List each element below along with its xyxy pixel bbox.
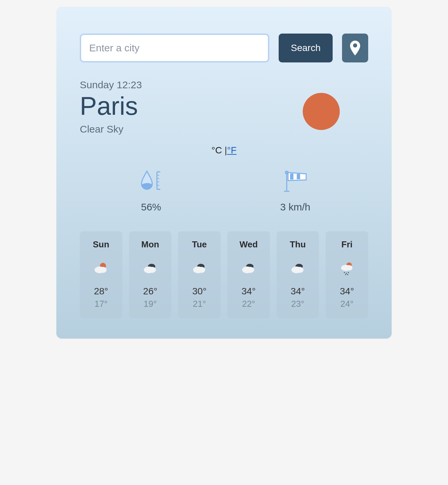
svg-point-34 (345, 274, 346, 275)
svg-point-27 (296, 267, 303, 273)
forecast-day: Fri34°24° (326, 231, 368, 319)
forecast-day: Mon26°19° (129, 231, 172, 319)
svg-rect-11 (290, 174, 293, 180)
forecast-low: 19° (144, 299, 157, 309)
svg-point-24 (247, 267, 254, 273)
forecast-low: 21° (193, 299, 206, 309)
search-row: Search (80, 34, 368, 62)
forecast-low: 22° (242, 299, 255, 309)
svg-point-31 (344, 272, 345, 273)
unit-separator: | (222, 145, 227, 155)
weather-app: Search Sunday 12:23 Paris Clear Sky °C |… (56, 7, 392, 339)
wind-metric: 3 km/h (280, 169, 310, 213)
svg-point-33 (348, 272, 349, 273)
forecast-low: 23° (291, 299, 304, 309)
forecast-high: 30° (192, 286, 207, 297)
forecast-day-name: Mon (141, 239, 159, 250)
unit-toggle: °C |°F (80, 145, 368, 156)
wind-value: 3 km/h (280, 201, 310, 213)
search-button[interactable]: Search (279, 34, 333, 62)
forecast-cloudy-icon (142, 260, 158, 276)
forecast-partly-sunny-icon (93, 260, 109, 276)
forecast-high: 34° (340, 286, 354, 297)
svg-rect-12 (297, 174, 300, 179)
svg-point-30 (346, 265, 352, 271)
current-weather-header: Sunday 12:23 Paris Clear Sky (80, 79, 368, 135)
forecast-day-name: Sun (93, 239, 109, 250)
humidity-icon (137, 169, 164, 193)
forecast-high: 28° (94, 286, 108, 297)
forecast-day-name: Thu (290, 239, 306, 250)
forecast-rain-icon (339, 260, 355, 276)
current-location-button[interactable] (342, 34, 368, 62)
unit-fahrenheit[interactable]: °F (227, 145, 236, 155)
forecast-high: 34° (291, 286, 305, 297)
forecast-day-name: Tue (192, 239, 207, 250)
current-datetime: Sunday 12:23 (80, 79, 142, 91)
svg-point-32 (346, 273, 347, 274)
city-name: Paris (80, 93, 142, 119)
forecast-day: Sun28°17° (80, 231, 122, 319)
svg-point-35 (347, 274, 348, 275)
wind-icon (280, 169, 310, 193)
forecast-day: Wed34°22° (227, 231, 270, 319)
forecast-high: 26° (143, 286, 157, 297)
forecast-day-name: Fri (341, 239, 352, 250)
svg-point-0 (303, 93, 340, 130)
forecast-day-name: Wed (239, 239, 258, 250)
svg-point-15 (99, 267, 107, 273)
forecast-low: 24° (340, 299, 353, 309)
svg-point-18 (149, 267, 156, 273)
forecast-day: Tue30°21° (178, 231, 221, 319)
svg-point-21 (198, 267, 205, 273)
unit-celsius[interactable]: °C (212, 145, 222, 155)
location-pin-icon (349, 41, 361, 55)
humidity-value: 56% (141, 201, 161, 213)
metrics-row: 56% 3 km/h (80, 169, 368, 213)
city-search-input[interactable] (80, 34, 269, 62)
forecast-cloudy-icon (240, 260, 257, 276)
forecast-cloudy-icon (191, 260, 208, 276)
forecast-row: Sun28°17°Mon26°19°Tue30°21°Wed34°22°Thu3… (80, 231, 368, 319)
sun-icon (301, 91, 341, 132)
forecast-low: 17° (95, 299, 108, 309)
forecast-cloudy-icon (290, 260, 306, 276)
condition-text: Clear Sky (80, 124, 142, 135)
forecast-high: 34° (241, 286, 256, 297)
forecast-day: Thu34°23° (277, 231, 319, 319)
humidity-metric: 56% (137, 169, 164, 213)
